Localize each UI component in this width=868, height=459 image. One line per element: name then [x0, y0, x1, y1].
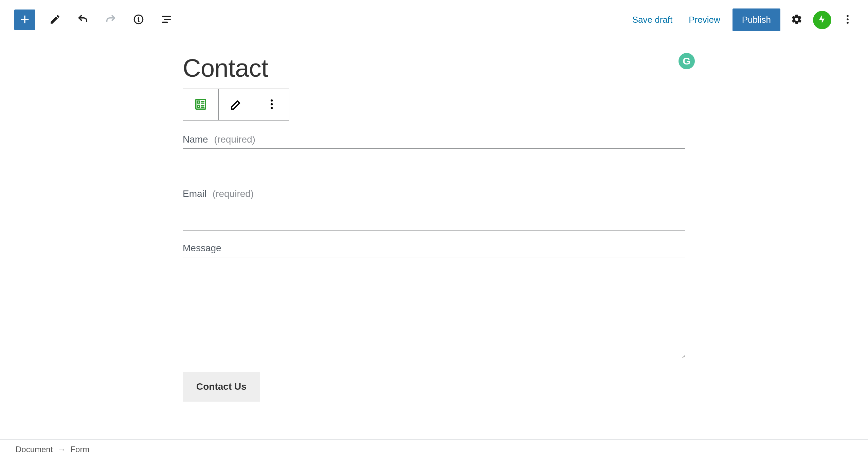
- more-options-button[interactable]: [839, 12, 856, 28]
- block-navigation-button[interactable]: [158, 12, 175, 28]
- form-field-email: Email (required): [183, 188, 685, 231]
- svg-point-9: [270, 107, 272, 109]
- block-toolbar: [183, 89, 289, 121]
- name-input[interactable]: [183, 148, 685, 176]
- grammarly-button[interactable]: G: [679, 53, 695, 69]
- svg-rect-6: [198, 105, 200, 107]
- editor-canvas: G Contact Name: [0, 40, 868, 439]
- field-required-text: (required): [214, 134, 255, 145]
- pencil-icon: [49, 14, 61, 26]
- pencil-icon: [230, 98, 243, 112]
- settings-button[interactable]: [789, 12, 805, 28]
- content-info-button[interactable]: [130, 12, 147, 28]
- undo-button[interactable]: [75, 12, 91, 28]
- message-textarea[interactable]: [183, 257, 685, 358]
- info-icon: [133, 14, 144, 26]
- form-block-icon: [194, 98, 207, 112]
- toolbar-right: Save draft Preview Publish: [628, 8, 856, 31]
- jetpack-icon: [817, 15, 827, 25]
- redo-icon: [105, 14, 116, 26]
- svg-point-1: [847, 15, 849, 17]
- svg-point-2: [847, 18, 849, 20]
- kebab-icon: [265, 98, 278, 112]
- field-label: Name (required): [183, 134, 685, 145]
- block-edit-button[interactable]: [218, 89, 254, 120]
- content-area: G Contact Name: [169, 40, 699, 429]
- field-required-text: (required): [213, 188, 254, 199]
- breadcrumb: Document → Form: [0, 439, 868, 459]
- plus-icon: [19, 14, 31, 26]
- svg-point-8: [270, 103, 272, 105]
- add-block-button[interactable]: [14, 10, 35, 30]
- field-label-text: Email: [183, 188, 206, 199]
- gear-icon: [791, 14, 802, 26]
- grammarly-icon: G: [683, 55, 690, 67]
- field-label: Email (required): [183, 188, 685, 199]
- editor-toolbar: Save draft Preview Publish: [0, 0, 868, 40]
- field-label: Message: [183, 243, 685, 254]
- edit-mode-button[interactable]: [47, 12, 63, 28]
- preview-button[interactable]: Preview: [685, 11, 724, 29]
- svg-rect-5: [198, 101, 200, 103]
- breadcrumb-current[interactable]: Form: [70, 445, 89, 454]
- block-more-button[interactable]: [254, 89, 289, 120]
- form-field-name: Name (required): [183, 134, 685, 176]
- page-title[interactable]: Contact: [183, 54, 685, 82]
- form-field-message: Message: [183, 243, 685, 360]
- arrow-right-icon: →: [57, 445, 66, 454]
- field-label-text: Message: [183, 243, 221, 253]
- block-type-button[interactable]: [183, 89, 218, 120]
- submit-button[interactable]: Contact Us: [183, 372, 260, 402]
- undo-icon: [77, 14, 89, 26]
- publish-button[interactable]: Publish: [733, 8, 780, 31]
- email-input[interactable]: [183, 203, 685, 231]
- field-label-text: Name: [183, 134, 208, 145]
- save-draft-button[interactable]: Save draft: [628, 11, 677, 29]
- redo-button[interactable]: [103, 12, 119, 28]
- outline-icon: [161, 14, 172, 26]
- svg-point-3: [847, 22, 849, 24]
- jetpack-button[interactable]: [813, 11, 831, 29]
- svg-point-7: [270, 99, 272, 101]
- toolbar-left: [14, 10, 175, 30]
- breadcrumb-root[interactable]: Document: [16, 445, 53, 454]
- kebab-icon: [842, 14, 853, 26]
